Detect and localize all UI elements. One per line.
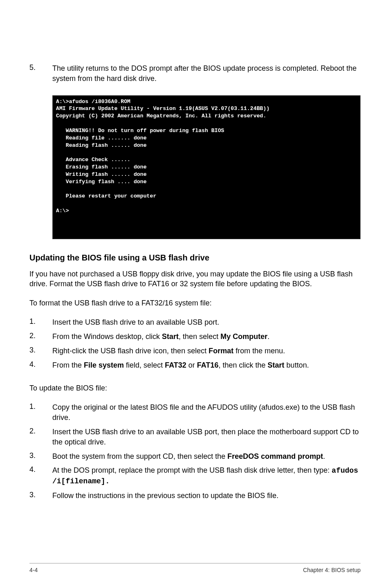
- terminal-output: A:\>afudos /i8036A0.ROM AMI Firmware Upd…: [52, 95, 361, 239]
- list-item: 2.Insert the USB flash drive to an avail…: [29, 427, 361, 447]
- list-item: 1.Copy the original or the latest BIOS f…: [29, 402, 361, 423]
- step-number: 4.: [29, 360, 52, 370]
- list-item: 3.Follow the instructions in the previou…: [29, 491, 361, 501]
- step-number: 5.: [29, 63, 52, 84]
- step-5: 5. The utility returns to the DOS prompt…: [29, 63, 361, 84]
- step-text: Follow the instructions in the previous …: [52, 491, 361, 501]
- step-text: Insert the USB flash drive to an availab…: [52, 317, 361, 328]
- step-number: 4.: [29, 465, 52, 487]
- list-item: 3.Right-click the USB flash drive icon, …: [29, 346, 361, 356]
- section-heading: Updating the BIOS file using a USB flash…: [29, 253, 361, 263]
- step-text: Copy the original or the latest BIOS fil…: [52, 402, 361, 423]
- step-text: Boot the system from the support CD, the…: [52, 451, 361, 462]
- step-text: The utility returns to the DOS prompt af…: [52, 63, 361, 84]
- footer-right: Chapter 4: BIOS setup: [303, 567, 361, 573]
- step-text: From the Windows desktop, click Start, t…: [52, 332, 361, 342]
- page-footer: 4-4 Chapter 4: BIOS setup: [29, 563, 361, 573]
- step-number: 2.: [29, 427, 52, 447]
- list-item: 2.From the Windows desktop, click Start,…: [29, 332, 361, 342]
- footer-left: 4-4: [29, 567, 38, 573]
- step-text: At the DOS prompt, replace the prompt wi…: [52, 465, 361, 487]
- step-number: 1.: [29, 317, 52, 328]
- step-text: Insert the USB flash drive to an availab…: [52, 427, 361, 447]
- list-item: 4.At the DOS prompt, replace the prompt …: [29, 465, 361, 487]
- intro-paragraph: If you have not purchased a USB floppy d…: [29, 269, 361, 290]
- format-steps-list: 1.Insert the USB flash drive to an avail…: [29, 317, 361, 374]
- step-number: 2.: [29, 332, 52, 342]
- list-item: 3.Boot the system from the support CD, t…: [29, 451, 361, 462]
- format-lead: To format the USB flash drive to a FAT32…: [29, 298, 361, 308]
- update-lead: To update the BIOS file:: [29, 383, 361, 393]
- update-steps-list: 1.Copy the original or the latest BIOS f…: [29, 402, 361, 505]
- step-text: Right-click the USB flash drive icon, th…: [52, 346, 361, 356]
- step-text: From the File system field, select FAT32…: [52, 360, 361, 370]
- step-number: 3.: [29, 346, 52, 356]
- step-number: 1.: [29, 402, 52, 423]
- step-number: 3.: [29, 491, 52, 501]
- list-item: 1.Insert the USB flash drive to an avail…: [29, 317, 361, 328]
- list-item: 4.From the File system field, select FAT…: [29, 360, 361, 370]
- step-number: 3.: [29, 451, 52, 462]
